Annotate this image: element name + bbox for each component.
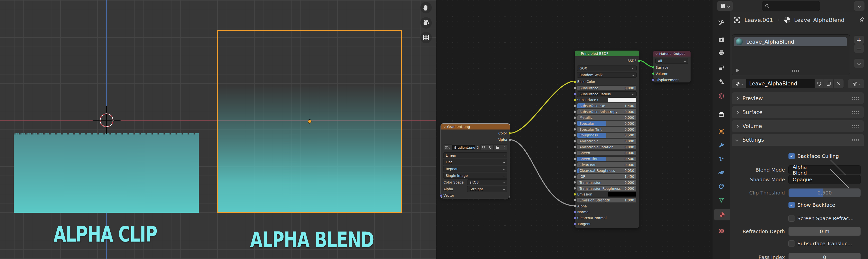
socket-base-color[interactable] [574,80,576,83]
slider-ior[interactable]: IOR1.450 [577,174,637,179]
socket-subsurface-c[interactable] [574,99,576,101]
text-object-alpha-blend[interactable]: ALPHA BLEND [250,227,374,252]
collapse-icon[interactable] [577,52,579,54]
clip-threshold-slider[interactable]: 0.500 [788,188,861,197]
subsurface-method-dropdown[interactable]: Random Walk [575,71,639,78]
node-header[interactable]: Material Output [653,51,690,57]
socket-bsdf[interactable] [638,60,641,62]
users-count-badge[interactable]: 3 [475,145,480,150]
browse-image-button[interactable] [443,145,452,150]
socket-transmission-roughness[interactable] [574,187,576,190]
node-header[interactable]: Principled BSDF [575,50,639,56]
socket-normal[interactable] [574,211,576,214]
breadcrumb-material[interactable]: Leave_AlphaBlend [794,17,844,23]
socket-emission-strength[interactable] [574,199,576,201]
tab-view-layer[interactable] [713,62,730,73]
socket-volume[interactable] [652,72,655,75]
socket-emission[interactable] [574,193,576,196]
principled-bsdf-node[interactable]: Principled BSDF BSDF GGX Random Walk Bas… [575,50,639,228]
slider-transmission-roughness[interactable]: Transmission Roughness0.000 [577,186,637,191]
socket-clearcoat[interactable] [574,163,576,166]
tab-collection[interactable] [713,109,730,120]
slot-specials-button[interactable] [854,59,864,68]
socket-color[interactable] [508,132,511,135]
tab-physics[interactable] [713,167,730,178]
editor-type-button[interactable] [717,1,733,11]
dropdown-repeat[interactable]: Repeat [443,166,507,172]
dropdown-color-space[interactable]: sRGB [467,180,507,185]
dropdown-linear[interactable]: Linear [443,153,507,158]
panel-settings[interactable]: Settings [732,134,864,146]
shadow-mode-dropdown[interactable]: Opaque [788,175,861,184]
new-material-button[interactable] [824,79,833,88]
blend-mode-dropdown[interactable]: Alpha Blend [788,165,861,174]
refraction-depth-field[interactable]: 0 m [788,227,861,235]
list-resize-grip[interactable] [791,69,800,72]
filter-dropdown-button[interactable] [854,1,865,11]
slider-subsurface[interactable]: Subsurface0.000 [577,86,637,90]
text-object-alpha-clip[interactable]: ALPHA CLIP [54,222,157,247]
tab-texture[interactable] [713,225,730,236]
slider-subsurface-anisotropy[interactable]: Subsurface Anisotropy0.000 [577,109,637,114]
socket-ior[interactable] [574,175,576,178]
material-output-node[interactable]: Material Output All SurfaceVolumeDisplac… [653,51,690,82]
slider-specular[interactable]: Specular0.500 [577,121,637,126]
pan-hand-icon[interactable] [420,2,432,13]
tab-object[interactable] [713,125,730,137]
slider-sheen-tint[interactable]: Sheen Tint0.500 [577,157,637,161]
target-dropdown[interactable]: All [653,58,690,64]
slider-metallic[interactable]: Metallic0.000 [577,115,637,120]
panel-drag-grip[interactable] [851,97,860,100]
search-input[interactable] [762,1,820,11]
fake-user-button[interactable] [815,79,824,88]
dropdown-subsurface-radius[interactable]: Subsurface Radius [577,91,637,97]
distribution-dropdown[interactable]: GGX [575,65,639,71]
socket-displacement[interactable] [652,78,655,81]
socket-transmission[interactable] [574,181,576,184]
material-slot-selected[interactable]: Leave_AlphaBlend [734,37,847,46]
tab-modifiers[interactable] [713,140,730,151]
tab-object-data[interactable] [713,194,730,206]
shader-editor[interactable]: Gradient.png Color Alpha Gradient.png 3 [436,0,730,259]
socket-specular[interactable] [574,122,576,125]
socket-subsurface-radius[interactable] [574,92,576,96]
socket-sheen-tint[interactable] [574,158,576,160]
socket-subsurface-ior[interactable] [574,104,576,107]
socket-tangent[interactable] [574,222,576,225]
collapse-icon[interactable] [655,52,658,55]
panel-drag-grip[interactable] [851,125,860,127]
pass-index-field[interactable]: 0 [788,253,861,259]
slider-anisotropic[interactable]: Anisotropic0.000 [577,139,637,144]
tab-output[interactable] [713,47,730,59]
tab-world[interactable] [713,90,730,102]
slider-clearcoat[interactable]: Clearcoat0.000 [577,162,637,167]
panel-drag-grip[interactable] [851,139,860,141]
tab-particles[interactable] [713,153,730,164]
color-swatch-emission[interactable] [608,192,637,197]
socket-alpha[interactable] [508,139,511,141]
subsurface-translucency-checkbox[interactable] [788,240,795,247]
material-name-field[interactable]: Leave_AlphaBlend [746,79,814,88]
dropdown-single-image[interactable]: Single Image [443,173,507,178]
slider-roughness[interactable]: Roughness0.500 [577,133,637,138]
pin-icon[interactable] [858,16,865,24]
tab-scene[interactable] [713,76,730,87]
slider-anisotropic-rotation[interactable]: Anisotropic Rotation0.000 [577,145,637,149]
plane-alpha-clip[interactable] [14,135,199,213]
socket-anisotropic-rotation[interactable] [574,146,576,148]
grid-ortho-icon[interactable] [420,32,432,43]
slider-specular-tint[interactable]: Specular Tint0.000 [577,127,637,132]
socket-subsurface[interactable] [574,87,576,89]
remove-slot-button[interactable]: − [854,44,864,53]
3d-viewport[interactable]: ALPHA CLIP ALPHA BLEND [0,0,436,259]
backface-culling-checkbox[interactable]: ✓ [788,153,795,159]
browse-material-button[interactable] [732,79,746,88]
socket-subsurface-anisotropy[interactable] [574,110,576,113]
collapse-icon[interactable] [443,125,445,128]
slider-clearcoat-roughness[interactable]: Clearcoat Roughness0.030 [577,168,637,173]
socket-clearcoat-roughness[interactable] [574,169,576,172]
socket-clearcoat-normal[interactable] [574,216,576,219]
tab-constraints[interactable] [713,181,730,192]
breadcrumb-object[interactable]: Leave.001 [744,17,773,23]
socket-specular-tint[interactable] [574,128,576,131]
